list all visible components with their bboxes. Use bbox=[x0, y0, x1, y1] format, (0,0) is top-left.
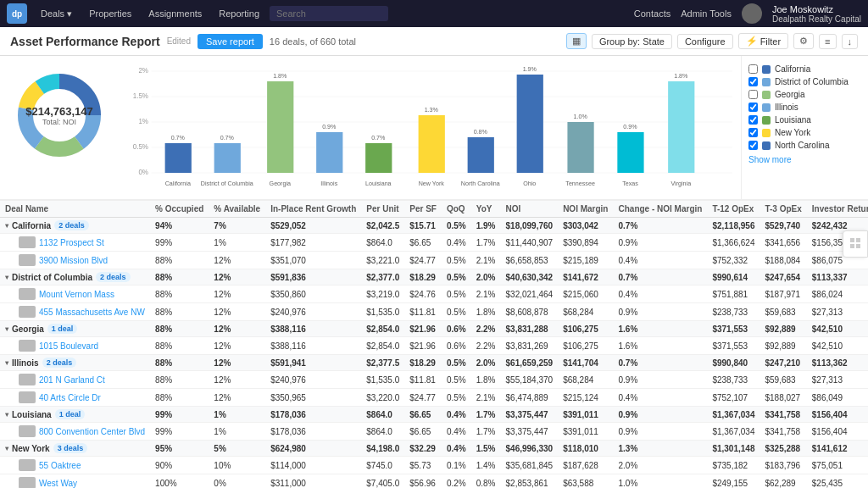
filter-checkbox-georgia[interactable] bbox=[748, 90, 758, 99]
filter-button[interactable]: ⚡ Filter bbox=[738, 33, 788, 49]
table-row[interactable]: Mount Vernon Mass 88% 12% $350,860 $3,21… bbox=[0, 286, 868, 303]
nav-assignments[interactable]: Assignments bbox=[142, 5, 209, 22]
row-occupied: 88% bbox=[150, 371, 209, 389]
filter-checkbox-dc[interactable] bbox=[748, 77, 758, 86]
col-noi-margin[interactable]: NOI Margin bbox=[558, 201, 613, 218]
row-t3: $188,084 bbox=[760, 252, 806, 269]
col-occupied[interactable]: % Occupied bbox=[150, 201, 209, 218]
side-panel-toggle[interactable] bbox=[843, 230, 868, 258]
deals-badge: 3 deals bbox=[53, 443, 88, 453]
expand-chevron[interactable]: ▾ bbox=[5, 325, 8, 333]
expand-chevron[interactable]: ▾ bbox=[5, 359, 8, 367]
layout-icon[interactable]: ≡ bbox=[819, 34, 836, 49]
show-more-link[interactable]: Show more bbox=[748, 155, 861, 164]
table-group-row[interactable]: ▾ Georgia 1 deal 88% 12% $388,116 $2,854… bbox=[0, 321, 868, 337]
search-input[interactable] bbox=[270, 6, 388, 21]
group-by-button[interactable]: Group by: State bbox=[592, 34, 672, 49]
chart-section: $214,763,147 Total: NOI 2% 1.5% 1% 0.5% … bbox=[0, 56, 868, 200]
filter-checkbox-nc[interactable] bbox=[748, 141, 758, 150]
settings-icon[interactable]: ⚙ bbox=[793, 33, 814, 49]
row-returns: $42,510 bbox=[807, 337, 868, 355]
svg-text:Louisiana: Louisiana bbox=[365, 180, 392, 187]
col-noi[interactable]: NOI bbox=[501, 201, 559, 218]
filter-checkbox-illinois[interactable] bbox=[748, 103, 758, 112]
expand-chevron[interactable]: ▾ bbox=[5, 445, 8, 452]
col-t3[interactable]: T-3 OpEx bbox=[760, 201, 806, 218]
row-t12: $751,881 bbox=[707, 286, 760, 303]
property-name[interactable]: 800 Convention Center Blvd bbox=[39, 427, 145, 436]
property-name[interactable]: 55 Oaktree bbox=[39, 461, 81, 470]
table-row[interactable]: 800 Convention Center Blvd 99% 1% $178,0… bbox=[0, 423, 868, 441]
col-qoq[interactable]: QoQ bbox=[442, 201, 471, 218]
filter-item-dc[interactable]: District of Columbia bbox=[748, 75, 861, 88]
filter-item-louisiana[interactable]: Louisiana bbox=[748, 114, 861, 126]
filter-checkbox-newyork[interactable] bbox=[748, 128, 758, 137]
property-name[interactable]: 455 Massachusetts Ave NW bbox=[39, 308, 145, 317]
table-row[interactable]: West Way 100% 0% $311,000 $7,405.0 $56.9… bbox=[0, 474, 868, 489]
nav-deals[interactable]: Deals ▾ bbox=[34, 5, 79, 23]
row-noi: $11,440,907 bbox=[501, 234, 559, 252]
col-returns[interactable]: Investor Returns bbox=[807, 201, 868, 218]
table-group-row[interactable]: ▾ District of Columbia 2 deals 88% 12% $… bbox=[0, 269, 868, 286]
row-noi: $35,681,845 bbox=[501, 457, 559, 474]
table-row[interactable]: 3900 Mission Blvd 88% 12% $351,070 $3,22… bbox=[0, 252, 868, 269]
filter-item-california[interactable]: California bbox=[748, 63, 861, 75]
row-per-unit: $745.0 bbox=[361, 457, 404, 474]
nav-reporting[interactable]: Reporting bbox=[212, 5, 266, 22]
nav-properties[interactable]: Properties bbox=[82, 5, 138, 22]
col-per-sf[interactable]: Per SF bbox=[404, 201, 442, 218]
table-group-row[interactable]: ▾ California 2 deals 94% 7% $529,052 $2,… bbox=[0, 218, 868, 234]
filter-color-nc bbox=[762, 141, 771, 150]
filter-item-nc[interactable]: North Carolina bbox=[748, 139, 861, 152]
svg-text:0%: 0% bbox=[138, 168, 148, 177]
row-noi: $6,474,889 bbox=[501, 389, 559, 407]
col-t12[interactable]: T-12 OpEx bbox=[707, 201, 760, 218]
property-name[interactable]: 201 N Garland Ct bbox=[39, 375, 105, 385]
group-noi-margin: $391,011 bbox=[558, 407, 613, 423]
table-group-row[interactable]: ▾ New York 3 deals 95% 5% $624,980 $4,19… bbox=[0, 441, 868, 457]
property-name[interactable]: Mount Vernon Mass bbox=[39, 290, 114, 299]
expand-chevron[interactable]: ▾ bbox=[5, 274, 8, 281]
filter-item-illinois[interactable]: Illinois bbox=[748, 101, 861, 114]
chart-view-button[interactable]: ▦ bbox=[566, 33, 587, 49]
contacts-link[interactable]: Contacts bbox=[634, 8, 670, 19]
table-group-row[interactable]: ▾ Illinois 2 deals 88% 12% $591,941 $2,3… bbox=[0, 355, 868, 371]
property-name[interactable]: 1132 Prospect St bbox=[39, 238, 104, 247]
row-available: 12% bbox=[209, 371, 265, 389]
download-icon[interactable]: ↓ bbox=[842, 34, 859, 49]
property-name[interactable]: 40 Arts Circle Dr bbox=[39, 393, 101, 402]
table-row[interactable]: 40 Arts Circle Dr 88% 12% $350,965 $3,22… bbox=[0, 389, 868, 407]
row-rent-growth: $311,000 bbox=[265, 474, 361, 489]
col-deal-name[interactable]: Deal Name bbox=[0, 201, 150, 218]
property-name[interactable]: West Way bbox=[39, 479, 77, 488]
table-row[interactable]: 1132 Prospect St 99% 1% $177,982 $864.0 … bbox=[0, 234, 868, 252]
table-row[interactable]: 201 N Garland Ct 88% 12% $240,976 $1,535… bbox=[0, 371, 868, 389]
col-change-noi[interactable]: Change - NOI Margin bbox=[613, 201, 707, 218]
col-available[interactable]: % Available bbox=[209, 201, 265, 218]
col-per-unit[interactable]: Per Unit bbox=[361, 201, 404, 218]
filter-checkbox-louisiana[interactable] bbox=[748, 115, 758, 125]
col-rent-growth[interactable]: In-Place Rent Growth bbox=[265, 201, 361, 218]
col-yoy[interactable]: YoY bbox=[471, 201, 501, 218]
table-row[interactable]: 55 Oaktree 90% 10% $114,000 $745.0 $5.73… bbox=[0, 457, 868, 474]
data-table-container[interactable]: Deal Name % Occupied % Available In-Plac… bbox=[0, 200, 868, 488]
configure-button[interactable]: Configure bbox=[677, 34, 733, 49]
row-per-sf: $6.65 bbox=[404, 423, 442, 441]
table-row[interactable]: 1015 Boulevard 88% 12% $388,116 $2,854.0… bbox=[0, 337, 868, 355]
filter-checkbox-california[interactable] bbox=[748, 64, 758, 74]
property-name[interactable]: 1015 Boulevard bbox=[39, 341, 98, 351]
admin-tools-link[interactable]: Admin Tools bbox=[681, 8, 732, 19]
group-name: Louisiana bbox=[12, 410, 52, 419]
row-returns: $156,404 bbox=[807, 423, 868, 441]
save-report-button[interactable]: Save report bbox=[198, 34, 263, 49]
expand-chevron[interactable]: ▾ bbox=[5, 411, 8, 419]
expand-chevron[interactable]: ▾ bbox=[5, 222, 8, 230]
filter-item-georgia[interactable]: Georgia bbox=[748, 88, 861, 101]
property-name[interactable]: 3900 Mission Blvd bbox=[39, 256, 108, 265]
group-available: 5% bbox=[209, 441, 265, 457]
row-per-unit: $3,221.0 bbox=[361, 252, 404, 269]
filter-item-newyork[interactable]: New York bbox=[748, 126, 861, 139]
group-per-sf: $15.71 bbox=[404, 218, 442, 234]
table-row[interactable]: 455 Massachusetts Ave NW 88% 12% $240,97… bbox=[0, 303, 868, 321]
table-group-row[interactable]: ▾ Louisiana 1 deal 99% 1% $178,036 $864.… bbox=[0, 407, 868, 423]
